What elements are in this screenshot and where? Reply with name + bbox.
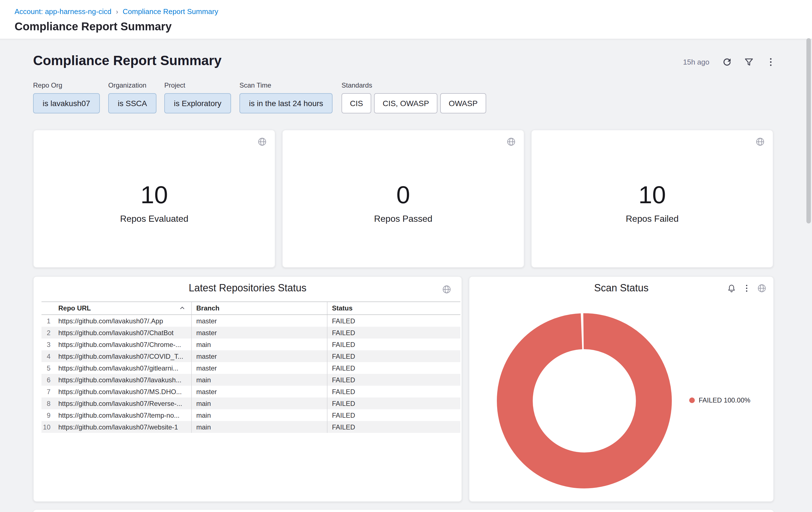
- bell-icon[interactable]: [727, 284, 736, 293]
- row-index: 10: [41, 423, 54, 431]
- legend-label: FAILED 100.00%: [699, 396, 750, 404]
- repo-url-cell: https://github.com/lavakush07/MS.DHO...: [54, 388, 191, 396]
- filter-chip-organization[interactable]: is SSCA: [108, 93, 156, 113]
- status-cell: FAILED: [327, 327, 462, 339]
- table-row[interactable]: 5 https://github.com/lavakush07/gitlearn…: [41, 362, 460, 374]
- standards-option-cis[interactable]: CIS: [342, 93, 372, 113]
- repo-url-cell: https://github.com/lavakush07/website-1: [54, 423, 191, 431]
- dashboard-controls: 15h ago: [683, 54, 776, 70]
- branch-cell: master: [191, 362, 327, 374]
- stat-value-repos-passed[interactable]: 0: [397, 181, 410, 208]
- column-header-status[interactable]: Status: [327, 302, 462, 314]
- repo-url-cell: https://github.com/lavakush07/Reverse-..…: [54, 399, 191, 407]
- filter-chip-scan-time[interactable]: is in the last 24 hours: [239, 93, 333, 113]
- table-row[interactable]: 10 https://github.com/lavakush07/website…: [41, 421, 460, 433]
- repo-url-cell: https://github.com/lavakush07/COVID_T...: [54, 352, 191, 360]
- filter-icon[interactable]: [744, 56, 754, 67]
- stat-card-repos-evaluated: 10 Repos Evaluated: [33, 130, 276, 268]
- branch-cell: main: [191, 398, 327, 409]
- status-cell: FAILED: [327, 386, 462, 398]
- table-row[interactable]: 2 https://github.com/lavakush07/ChatBot …: [41, 327, 460, 339]
- repo-url-cell: https://github.com/lavakush07/Chrome-...: [54, 341, 191, 348]
- status-cell: FAILED: [327, 374, 462, 386]
- kebab-menu-icon[interactable]: [742, 284, 751, 293]
- filter-project: Project is Exploratory: [164, 81, 231, 113]
- table-row[interactable]: 6 https://github.com/lavakush07/lavakush…: [41, 374, 460, 386]
- repo-url-cell: https://github.com/lavakush07/gitlearni.…: [54, 364, 191, 372]
- sort-ascending-icon[interactable]: [179, 305, 185, 312]
- filter-label: Repo Org: [33, 81, 100, 89]
- filter-organization: Organization is SSCA: [108, 81, 156, 113]
- breadcrumb-current-link[interactable]: Compliance Report Summary: [122, 7, 218, 16]
- dashboard-title: Compliance Report Summary: [33, 53, 222, 69]
- branch-cell: main: [191, 339, 327, 350]
- row-index: 2: [41, 329, 54, 336]
- branch-cell: main: [191, 374, 327, 386]
- filter-label: Organization: [108, 81, 156, 89]
- column-header-repo-url[interactable]: Repo URL: [54, 304, 191, 312]
- stat-value-repos-failed[interactable]: 10: [638, 181, 666, 208]
- row-index: 6: [41, 376, 54, 384]
- table-row[interactable]: 1 https://github.com/lavakush07/.App mas…: [41, 315, 460, 327]
- table-row[interactable]: 3 https://github.com/lavakush07/Chrome-.…: [41, 339, 460, 350]
- stat-label-repos-failed: Repos Failed: [626, 214, 679, 224]
- table-header-row: Repo URL Branch Status: [41, 301, 460, 315]
- next-card-partial: [33, 510, 774, 512]
- stat-value-repos-evaluated[interactable]: 10: [141, 181, 168, 208]
- branch-cell: master: [191, 350, 327, 362]
- filter-label: Scan Time: [239, 81, 333, 89]
- table-body: 1 https://github.com/lavakush07/.App mas…: [41, 315, 460, 433]
- status-cell: FAILED: [327, 398, 462, 409]
- filter-standards: Standards CIS CIS, OWASP OWASP: [342, 81, 486, 113]
- repo-url-cell: https://github.com/lavakush07/ChatBot: [54, 329, 191, 336]
- refresh-icon[interactable]: [722, 56, 732, 67]
- repos-status-card: Latest Repositories Status Repo URL Bran…: [33, 276, 462, 502]
- page-title: Compliance Report Summary: [14, 20, 172, 33]
- chart-legend[interactable]: FAILED 100.00%: [689, 396, 750, 404]
- row-index: 4: [41, 352, 54, 360]
- filter-label: Project: [164, 81, 231, 89]
- filter-label: Standards: [342, 81, 486, 89]
- standards-option-cis-owasp[interactable]: CIS, OWASP: [374, 93, 437, 113]
- breadcrumb-separator: ›: [116, 7, 118, 16]
- standards-option-owasp[interactable]: OWASP: [440, 93, 486, 113]
- row-index: 1: [41, 317, 54, 325]
- row-index: 8: [41, 399, 54, 407]
- filter-repo-org: Repo Org is lavakush07: [33, 81, 100, 113]
- breadcrumb-account-link[interactable]: Account: app-harness-ng-cicd: [14, 7, 111, 16]
- column-header-label: Repo URL: [58, 304, 91, 312]
- branch-cell: main: [191, 409, 327, 421]
- column-header-branch[interactable]: Branch: [191, 302, 327, 314]
- branch-cell: master: [191, 386, 327, 398]
- status-cell: FAILED: [327, 362, 462, 374]
- row-index: 5: [41, 364, 54, 372]
- status-cell: FAILED: [327, 339, 462, 350]
- status-cell: FAILED: [327, 315, 462, 327]
- legend-dot: [689, 398, 695, 403]
- branch-cell: master: [191, 315, 327, 327]
- scrollbar-thumb[interactable]: [806, 38, 811, 223]
- filter-chip-project[interactable]: is Exploratory: [164, 93, 231, 113]
- filter-chip-repo-org[interactable]: is lavakush07: [33, 93, 100, 113]
- row-index: 3: [41, 341, 54, 348]
- kebab-menu-icon[interactable]: [765, 56, 776, 67]
- donut-chart[interactable]: [495, 311, 674, 491]
- branch-cell: main: [191, 421, 327, 433]
- table-row[interactable]: 8 https://github.com/lavakush07/Reverse-…: [41, 398, 460, 409]
- globe-icon[interactable]: [757, 284, 766, 293]
- repo-url-cell: https://github.com/lavakush07/.App: [54, 317, 191, 325]
- status-cell: FAILED: [327, 421, 462, 433]
- repos-table: Repo URL Branch Status 1 https://github.…: [41, 301, 460, 433]
- status-cell: FAILED: [327, 409, 462, 421]
- top-header: Account: app-harness-ng-cicd › Complianc…: [0, 0, 812, 39]
- breadcrumb: Account: app-harness-ng-cicd › Complianc…: [14, 7, 218, 16]
- table-row[interactable]: 4 https://github.com/lavakush07/COVID_T.…: [41, 350, 460, 362]
- filter-scan-time: Scan Time is in the last 24 hours: [239, 81, 333, 113]
- scan-card-actions: [727, 284, 766, 293]
- donut-segment-failed[interactable]: [515, 331, 654, 470]
- table-row[interactable]: 7 https://github.com/lavakush07/MS.DHO..…: [41, 386, 460, 398]
- table-row[interactable]: 9 https://github.com/lavakush07/temp-no.…: [41, 409, 460, 421]
- repos-table-title: Latest Repositories Status: [34, 282, 462, 294]
- globe-icon[interactable]: [442, 285, 452, 294]
- branch-cell: master: [191, 327, 327, 339]
